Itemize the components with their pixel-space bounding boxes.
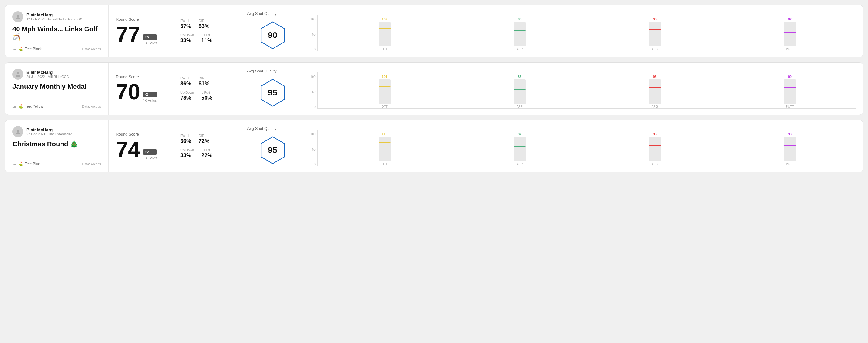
bar-line-putt [784, 87, 796, 88]
updown-label: Up/Down [180, 91, 194, 94]
bar-line-arg [649, 87, 661, 88]
gir-value: 83% [198, 23, 210, 30]
stats-row-top: FW Hit 36% GIR 72% [180, 134, 237, 145]
stat-oneputt: 1 Putt 11% [201, 33, 212, 44]
user-info: Blair McHarg 29 Jan 2022 · Mill Ride GCC [26, 70, 69, 79]
card-stats-3: FW Hit 36% GIR 72% Up/Down 33% 1 Putt 22… [176, 120, 242, 172]
updown-label: Up/Down [180, 33, 194, 37]
hexagon-container: 95 [259, 134, 286, 166]
chart-column-arg: 95 ARG [589, 132, 720, 166]
bar-fill-bg [649, 88, 661, 104]
card-stats-2: FW Hit 86% GIR 61% Up/Down 78% 1 Putt 56… [176, 63, 242, 115]
score-right: +5 18 Holes [143, 34, 157, 45]
bar-value-arg: 95 [653, 132, 656, 136]
round-card-1: Blair McHarg 12 Feb 2022 · Royal North D… [5, 5, 863, 58]
round-score-label: Round Score [116, 17, 168, 22]
stat-gir: GIR 83% [198, 19, 210, 30]
score-right: -2 18 Holes [143, 92, 157, 103]
gir-label: GIR [198, 76, 210, 80]
card-score-3: Round Score 74 +2 18 Holes [108, 120, 176, 172]
bar-wrap-putt [784, 80, 796, 104]
y-label-100: 100 [310, 18, 316, 21]
bar-axis-label: APP [517, 48, 523, 51]
bar-wrap-app [514, 137, 526, 161]
bar-axis-label: PUTT [786, 162, 794, 166]
stat-gir: GIR 72% [198, 134, 210, 145]
bar-fill-bg [784, 33, 796, 46]
bar-value-app: 87 [518, 132, 521, 136]
weather-icon: ☁ [12, 46, 17, 51]
card-score-1: Round Score 77 +5 18 Holes [108, 5, 176, 57]
hexagon-container: 95 [259, 77, 286, 108]
user-meta: 29 Jan 2022 · Mill Ride GCC [26, 75, 69, 79]
bar-fill-bg [378, 87, 391, 104]
fw-hit-value: 57% [180, 23, 191, 30]
chart-column-putt: 93 PUTT [724, 132, 856, 166]
bar-value-arg: 98 [653, 17, 656, 21]
bar-axis-label: OTT [381, 48, 388, 51]
user-meta: 12 Feb 2022 · Royal North Devon GC [26, 17, 82, 21]
svg-point-2 [17, 129, 19, 132]
stat-fw-hit: FW Hit 36% [180, 134, 191, 145]
hexagon-score: 95 [268, 145, 277, 155]
bar-value-ott: 107 [382, 17, 388, 21]
user-row: Blair McHarg 12 Feb 2022 · Royal North D… [12, 11, 101, 22]
quality-label: Avg Shot Quality [247, 69, 277, 73]
chart-column-ott: 101 OTT [319, 75, 450, 108]
bar-value-ott: 101 [382, 75, 388, 79]
round-card-2: Blair McHarg 29 Jan 2022 · Mill Ride GCC… [5, 62, 863, 115]
card-footer: ☁ ⛳ Tee: Blue Data: Arccos [12, 161, 101, 166]
stats-row-bottom: Up/Down 33% 1 Putt 11% [180, 33, 237, 44]
user-meta: 27 Dec 2021 · The Oxfordshire [26, 132, 72, 136]
stat-updown: Up/Down 33% [180, 148, 194, 159]
oneputt-label: 1 Putt [201, 148, 212, 152]
score-main: 70 -2 18 Holes [116, 81, 168, 103]
bar-value-putt: 93 [788, 132, 792, 136]
tee-label: Tee: Yellow [25, 104, 43, 108]
stats-row-bottom: Up/Down 33% 1 Putt 22% [180, 148, 237, 159]
card-left-2: Blair McHarg 29 Jan 2022 · Mill Ride GCC… [5, 63, 108, 115]
bar-wrap-app [514, 80, 526, 104]
card-footer: ☁ ⛳ Tee: Black Data: Arccos [12, 46, 101, 51]
gir-label: GIR [198, 19, 210, 23]
stat-oneputt: 1 Putt 22% [201, 148, 212, 159]
bar-line-app [514, 30, 526, 31]
stat-oneputt: 1 Putt 56% [201, 91, 212, 101]
bar-fill-bg [784, 146, 796, 161]
updown-label: Up/Down [180, 148, 194, 152]
bar-axis-label: ARG [652, 105, 658, 108]
bar-wrap-arg [649, 137, 661, 161]
card-chart-3: 100 50 0 110 OTT 87 APP 95 [303, 120, 863, 172]
y-label-50: 50 [312, 148, 316, 151]
y-label-50: 50 [312, 90, 316, 94]
weather-icon: ☁ [12, 104, 17, 108]
user-info: Blair McHarg 27 Dec 2021 · The Oxfordshi… [26, 127, 72, 136]
fw-hit-value: 36% [180, 138, 191, 145]
bar-value-ott: 110 [382, 132, 388, 136]
chart-area: 100 50 0 101 OTT 86 APP 96 [310, 72, 856, 108]
stats-row-top: FW Hit 57% GIR 83% [180, 19, 237, 30]
chart-area: 100 50 0 110 OTT 87 APP 95 [310, 129, 856, 166]
chart-column-arg: 98 ARG [589, 17, 720, 51]
updown-value: 33% [180, 152, 194, 159]
bar-wrap-arg [649, 22, 661, 46]
user-name: Blair McHarg [26, 12, 82, 17]
bar-value-putt: 99 [788, 75, 792, 79]
bar-fill-bg [514, 147, 526, 161]
score-badge: -2 [143, 92, 157, 97]
user-info: Blair McHarg 12 Feb 2022 · Royal North D… [26, 12, 82, 21]
bar-wrap-putt [784, 22, 796, 46]
bar-fill-bg [514, 31, 526, 46]
score-main: 77 +5 18 Holes [116, 23, 168, 45]
fw-hit-label: FW Hit [180, 19, 191, 23]
bars-container: 110 OTT 87 APP 95 ARG 93 [317, 129, 856, 166]
stat-gir: GIR 61% [198, 76, 210, 87]
tee-label: Tee: Black [25, 47, 42, 51]
avatar [12, 126, 23, 137]
stat-fw-hit: FW Hit 57% [180, 19, 191, 30]
chart-column-ott: 107 OTT [319, 17, 450, 51]
golf-icon: ⛳ [18, 104, 23, 108]
user-row: Blair McHarg 27 Dec 2021 · The Oxfordshi… [12, 126, 101, 137]
bar-wrap-ott [378, 22, 391, 46]
stats-row-top: FW Hit 86% GIR 61% [180, 76, 237, 87]
